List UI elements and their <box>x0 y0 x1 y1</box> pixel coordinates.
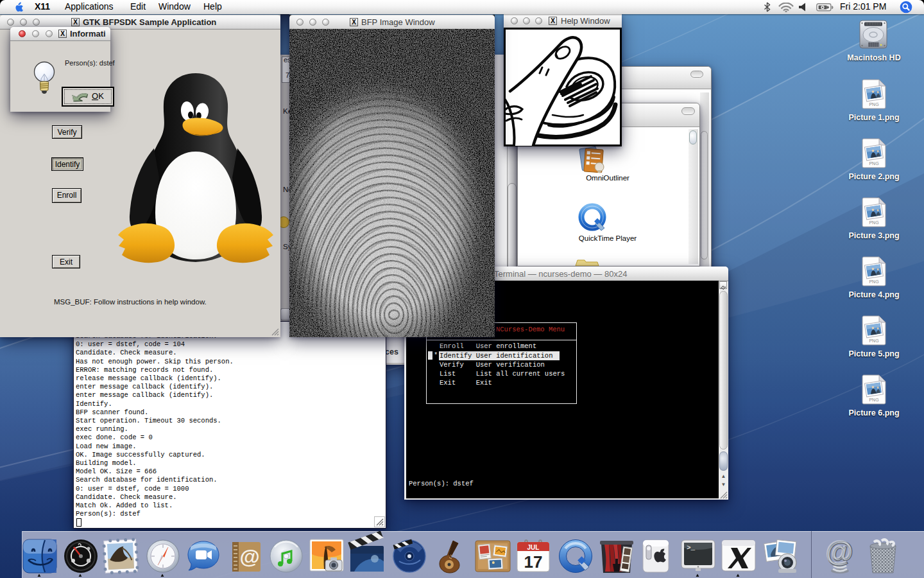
svg-text:Macintosh HD: Macintosh HD <box>847 53 900 62</box>
svg-text:@: @ <box>239 545 259 568</box>
svg-text:Picture 3.png: Picture 3.png <box>848 231 899 240</box>
svg-text:Picture 4.png: Picture 4.png <box>848 290 899 299</box>
svg-text:Picture 2.png: Picture 2.png <box>848 172 899 181</box>
svg-text:17: 17 <box>524 552 543 572</box>
svg-text:>_: >_ <box>687 544 696 552</box>
svg-text:JUL: JUL <box>527 544 540 551</box>
svg-text:Picture 1.png: Picture 1.png <box>848 113 899 122</box>
svg-text:Picture 5.png: Picture 5.png <box>848 349 899 358</box>
svg-text:Picture 6.png: Picture 6.png <box>848 408 899 417</box>
svg-text:@: @ <box>825 535 853 566</box>
